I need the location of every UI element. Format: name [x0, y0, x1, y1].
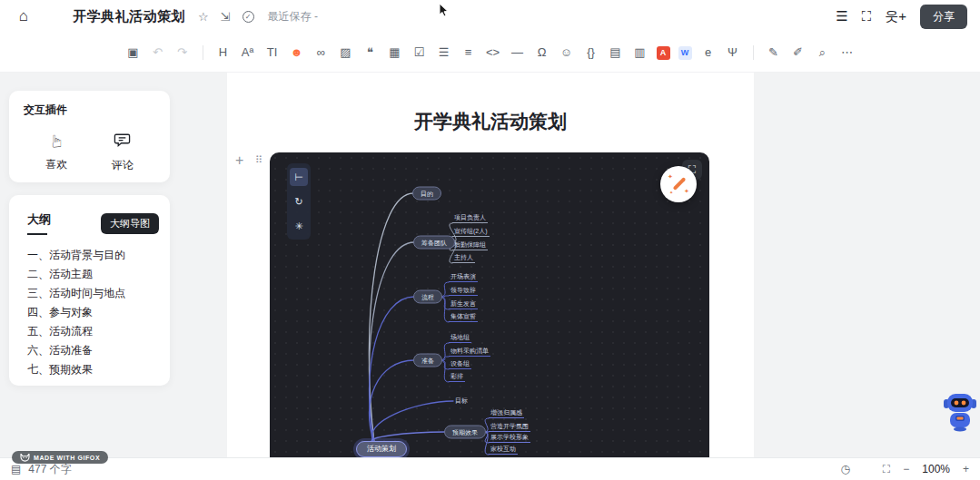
interactive-plugins-panel: 交互插件 ☞ 喜欢 评论 — [9, 91, 170, 182]
divider — [753, 45, 754, 60]
font-style-icon[interactable]: Aª — [240, 44, 256, 62]
presentation-icon[interactable]: ⛶ — [862, 8, 872, 24]
mindmap-child-node[interactable]: 展示学校形象 — [489, 434, 530, 443]
comment-button[interactable]: 评论 — [112, 131, 134, 173]
bullet-list-icon[interactable]: ☰ — [436, 44, 452, 62]
like-label: 喜欢 — [45, 157, 67, 172]
mindmap-child-node[interactable]: 项目负责人 — [452, 214, 488, 223]
home-icon[interactable]: ⌂ — [13, 5, 35, 27]
save-icon[interactable]: ▣ — [125, 44, 142, 62]
code-block-icon[interactable]: {} — [583, 44, 599, 62]
move-to-icon[interactable]: ⇲ — [221, 10, 231, 24]
layout-tree-icon[interactable]: ⊢ — [290, 168, 308, 186]
undo-icon[interactable]: ↶ — [150, 44, 166, 62]
link-icon[interactable]: ∞ — [313, 44, 330, 62]
file-doc-icon[interactable]: ▤ — [608, 44, 624, 62]
mindmap-child-node[interactable]: 彩排 — [449, 373, 465, 382]
menu-icon[interactable]: ☰ — [836, 8, 847, 24]
mindmap-child-node[interactable]: 集体宣誓 — [449, 313, 478, 322]
mindmap-root-node[interactable]: 活动策划 — [356, 441, 407, 457]
mindmap-node[interactable]: 筹备团队 — [413, 236, 455, 250]
mindmap-canvas[interactable]: ⊢ ↻ ✳ ⛶ ✦ ✦ ✦ 目的筹备团队项目负责人宣传组(2人)后勤保障组主持人… — [270, 152, 709, 457]
browser-icon[interactable]: e — [700, 44, 717, 62]
table-icon[interactable]: ▦ — [387, 44, 403, 62]
divider-line-icon[interactable]: — — [510, 44, 526, 62]
mindmap-child-node[interactable]: 开场表演 — [449, 273, 478, 282]
word-icon[interactable]: W — [678, 46, 692, 60]
image-icon[interactable]: ▨ — [338, 44, 354, 62]
mindmap-child-node[interactable]: 领导致辞 — [449, 287, 478, 296]
outline-map-button[interactable]: 大纲导图 — [101, 213, 159, 234]
history-icon[interactable]: ◷ — [840, 463, 849, 475]
mindmap-child-node[interactable]: 宣传组(2人) — [452, 228, 490, 237]
outline-item[interactable]: 六、活动准备 — [9, 341, 170, 360]
mindmap-child-node[interactable]: 物料采购清单 — [449, 348, 490, 357]
signature-icon[interactable]: ✎ — [766, 44, 782, 62]
saved-status[interactable]: 最近保存 - — [268, 9, 318, 24]
text-format-icon[interactable]: TI — [264, 44, 281, 62]
zoom-level[interactable]: 100% — [922, 463, 950, 475]
outline-item[interactable]: 三、活动时间与地点 — [9, 284, 170, 303]
outline-item[interactable]: 一、活动背景与目的 — [9, 246, 170, 265]
ai-beautify-button[interactable]: ✦ ✦ ✦ — [660, 166, 697, 202]
mindmap-child-node[interactable]: 主持人 — [452, 254, 475, 263]
mindmap-child-node[interactable]: 增强归属感 — [489, 409, 524, 418]
mindmap-child-node[interactable]: 设备组 — [449, 360, 471, 369]
mindmap-node[interactable]: 目的 — [412, 187, 441, 201]
zoom-out-icon[interactable]: − — [903, 463, 909, 475]
bell-icon[interactable]: Ω — [534, 44, 550, 62]
outline-panel: 大纲 大纲导图 一、活动背景与目的 二、活动主题 三、活动时间与地点 四、参与对… — [9, 195, 170, 386]
inline-code-icon[interactable]: <> — [485, 44, 501, 62]
star-icon[interactable]: ☆ — [198, 10, 209, 24]
gifox-badge: MADE WITH GIFOX — [12, 451, 108, 464]
mindmap-node[interactable]: 目标 — [455, 397, 468, 406]
ai-assistant-icon[interactable]: ☻ — [289, 44, 305, 62]
workspace: 交互插件 ☞ 喜欢 评论 大纲 大纲导图 一、活动背景与目的 二、活动主题 — [0, 73, 980, 457]
format-paint-icon[interactable]: ✐ — [790, 44, 807, 62]
file-card-icon[interactable]: ▥ — [632, 44, 648, 62]
zoom-in-icon[interactable]: + — [963, 463, 969, 475]
mindmap-child-node[interactable]: 新生发言 — [449, 300, 478, 309]
task-list-icon[interactable]: ☑ — [411, 44, 428, 62]
editor-toolbar: ▣ ↶ ↷ H Aª TI ☻ ∞ ▨ ❝ ▦ ☑ ☰ ≡ <> — Ω ☺ {… — [0, 33, 980, 73]
heading-icon[interactable]: H — [215, 44, 232, 62]
search-icon[interactable]: ⌕ — [815, 44, 831, 62]
word-count-icon: ▤ — [11, 463, 21, 475]
like-button[interactable]: ☞ 喜欢 — [45, 131, 67, 173]
emoji-icon[interactable]: ☺ — [559, 44, 575, 62]
mindmap-node[interactable]: 预期效果 — [444, 426, 486, 439]
fit-screen-icon[interactable]: ⛶ — [883, 463, 890, 475]
ai-mascot[interactable] — [942, 390, 978, 432]
outline-item[interactable]: 七、预期效果 — [9, 360, 170, 379]
outline-item[interactable]: 四、参与对象 — [9, 303, 170, 322]
mindmap-child-node[interactable]: 家校互动 — [489, 446, 518, 455]
add-user-icon[interactable]: 웃+ — [885, 8, 906, 25]
more-icon[interactable]: ⋯ — [839, 44, 856, 62]
share-button[interactable]: 分享 — [920, 5, 967, 29]
saved-check-icon: ✓ — [243, 11, 254, 23]
mindmap-node[interactable]: 准备 — [413, 354, 442, 367]
add-block-icon[interactable]: + — [235, 152, 243, 169]
quote-icon[interactable]: ❝ — [362, 44, 379, 62]
drag-handle-icon[interactable]: ⠿ — [255, 154, 262, 166]
layout-radial-icon[interactable]: ✳ — [290, 217, 308, 235]
gifox-label: MADE WITH GIFOX — [34, 455, 100, 461]
mindmap-icon[interactable]: Ψ — [725, 44, 741, 62]
comment-label: 评论 — [112, 158, 134, 173]
plugins-panel-title: 交互插件 — [24, 103, 155, 118]
sparkle-icon: ✦ — [668, 173, 673, 181]
thumbs-up-icon: ☞ — [46, 133, 67, 149]
outline-title: 大纲 — [27, 211, 51, 235]
outline-item[interactable]: 二、活动主题 — [9, 265, 170, 284]
ordered-list-icon[interactable]: ≡ — [460, 44, 477, 62]
outline-item[interactable]: 五、活动流程 — [9, 322, 170, 341]
mindmap-child-node[interactable]: 场地组 — [449, 334, 471, 343]
document-title[interactable]: 开学典礼活动策划 — [227, 109, 754, 134]
layout-org-icon[interactable]: ↻ — [290, 192, 308, 211]
mindmap-child-node[interactable]: 营造开学氛围 — [489, 423, 530, 432]
mindmap-child-node[interactable]: 后勤保障组 — [452, 241, 488, 250]
top-bar: ⌂ 开学典礼活动策划 ☆ ⇲ ✓ 最近保存 - ☰ ⛶ 웃+ 分享 — [0, 0, 980, 33]
pdf-icon[interactable]: A — [657, 46, 670, 60]
redo-icon[interactable]: ↷ — [174, 44, 191, 62]
mindmap-node[interactable]: 流程 — [413, 290, 442, 304]
